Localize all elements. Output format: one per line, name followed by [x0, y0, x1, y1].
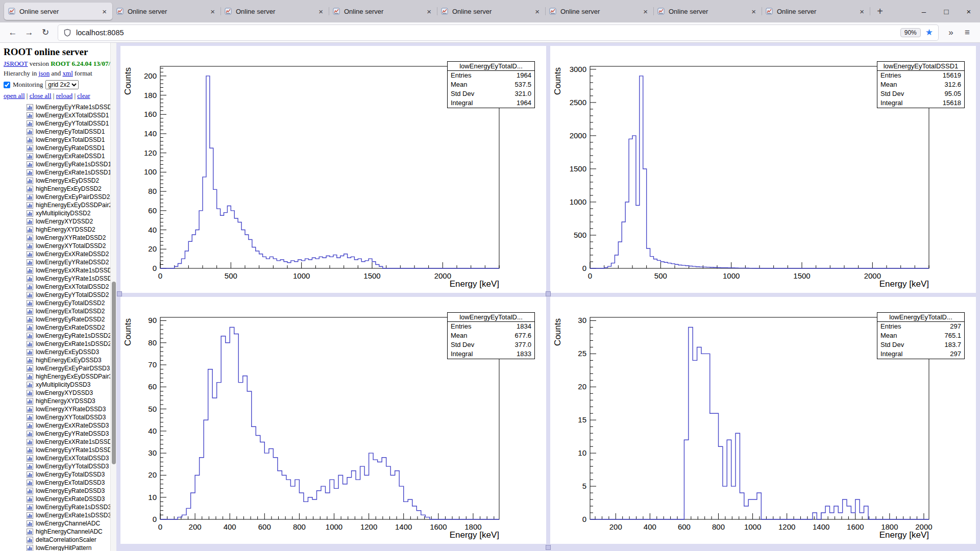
tree-item-highEnergyExEyDSSD3[interactable]: highEnergyExEyDSSD3: [27, 356, 116, 364]
browser-tab-3[interactable]: Online server×: [220, 3, 329, 20]
tree-item-xyMultiplicityDSSD3[interactable]: xyMultiplicityDSSD3: [27, 381, 116, 389]
browser-tab-8[interactable]: Online server×: [762, 3, 870, 20]
tree-item-lowEnergyXYTotalDSSD2[interactable]: lowEnergyXYTotalDSSD2: [27, 242, 116, 250]
tree-item-lowEnergyEyRateDSSD2[interactable]: lowEnergyEyRateDSSD2: [27, 315, 116, 323]
stats-box[interactable]: lowEnergyEyTotalD... Entries1964 Mean537…: [447, 61, 535, 108]
tree-item-highEnergyExEyDSSDPair3[interactable]: highEnergyExEyDSSDPair3: [27, 372, 116, 381]
tree-item-lowEnergyEyRateDSSD3[interactable]: lowEnergyEyRateDSSD3: [27, 487, 116, 495]
tree-item-lowEnergyEyYTotalDSSD1[interactable]: lowEnergyEyYTotalDSSD1: [27, 119, 116, 128]
tree-item-highEnergyExEyDSSD2[interactable]: highEnergyExEyDSSD2: [27, 185, 116, 193]
tree-item-lowEnergyExRateDSSD1[interactable]: lowEnergyExRateDSSD1: [27, 152, 116, 160]
tree-item-lowEnergyXYRateDSSD2[interactable]: lowEnergyXYRateDSSD2: [27, 234, 116, 242]
stats-box[interactable]: lowEnergyEyTotalD... Entries297 Mean765.…: [877, 312, 965, 359]
tree-item-lowEnergyXYRateDSSD3[interactable]: lowEnergyXYRateDSSD3: [27, 405, 116, 413]
tree-item-lowEnergyExRate1sDSSD1[interactable]: lowEnergyExRate1sDSSD1: [27, 168, 116, 177]
tree-item-lowEnergyExXRateDSSD3[interactable]: lowEnergyExXRateDSSD3: [27, 421, 116, 430]
reload-button[interactable]: ↻: [38, 25, 53, 40]
browser-tab-5[interactable]: Online server×: [437, 3, 545, 20]
tab-close-icon[interactable]: ×: [101, 7, 108, 16]
menu-hamburger-button[interactable]: ≡: [960, 25, 975, 40]
tree-item-highEnergyChannelADC[interactable]: highEnergyChannelADC: [27, 528, 116, 536]
browser-tab-2[interactable]: Online server×: [112, 3, 220, 20]
monitoring-checkbox[interactable]: [4, 82, 10, 88]
tree-item-lowEnergyEyYRate1sDSSD1[interactable]: lowEnergyEyYRate1sDSSD1: [27, 103, 116, 111]
tree-item-lowEnergyEyYRateDSSD2[interactable]: lowEnergyEyYRateDSSD2: [27, 258, 116, 266]
bookmark-star-icon[interactable]: ★: [925, 28, 933, 37]
plot-pad-top-left[interactable]: 0500100015002000020406080100120140160180…: [120, 46, 546, 293]
tree-item-lowEnergyEyYRateDSSD3[interactable]: lowEnergyEyYRateDSSD3: [27, 430, 116, 438]
overflow-chevron-button[interactable]: »: [943, 25, 959, 40]
url-bar[interactable]: localhost:8085 90% ★: [58, 25, 938, 40]
back-button[interactable]: ←: [5, 25, 20, 40]
tree-item-lowEnergyExRateDSSD3[interactable]: lowEnergyExRateDSSD3: [27, 495, 116, 503]
tree-item-lowEnergyExTotalDSSD3[interactable]: lowEnergyExTotalDSSD3: [27, 479, 116, 487]
clear-link[interactable]: clear: [77, 92, 90, 99]
layout-select[interactable]: grid 2x2: [45, 80, 79, 89]
tree-item-lowEnergyEyRate1sDSSD2[interactable]: lowEnergyEyRate1sDSSD2: [27, 332, 116, 340]
browser-tab-7[interactable]: Online server×: [653, 3, 762, 20]
grid-splitter-handle[interactable]: [546, 291, 551, 296]
xml-link[interactable]: xml: [63, 69, 73, 77]
tree-item-lowEnergyEyYTotalDSSD3[interactable]: lowEnergyEyYTotalDSSD3: [27, 462, 116, 470]
tree-item-lowEnergyExXTotalDSSD1[interactable]: lowEnergyExXTotalDSSD1: [27, 111, 116, 119]
plot-pad-top-right[interactable]: 0500100015002000050010001500200025003000…: [550, 46, 976, 293]
minimize-button[interactable]: –: [913, 0, 935, 22]
tree-item-lowEnergyExRate1sDSSD3[interactable]: lowEnergyExRate1sDSSD3: [27, 511, 116, 519]
tree-item-lowEnergyExXTotalDSSD3[interactable]: lowEnergyExXTotalDSSD3: [27, 454, 116, 462]
plot-pad-bottom-right[interactable]: 2004006008001000120014001600180020000510…: [550, 297, 976, 544]
tree-item-lowEnergyExRate1sDSSD2[interactable]: lowEnergyExRate1sDSSD2: [27, 340, 116, 348]
tab-close-icon[interactable]: ×: [317, 7, 325, 16]
tree-item-lowEnergyEyYTotalDSSD2[interactable]: lowEnergyEyYTotalDSSD2: [27, 291, 116, 299]
tree-item-lowEnergyExTotalDSSD1[interactable]: lowEnergyExTotalDSSD1: [27, 136, 116, 144]
tree-item-lowEnergyExEyPairDSSD3[interactable]: lowEnergyExEyPairDSSD3: [27, 364, 116, 372]
reload-link[interactable]: reload: [56, 92, 72, 99]
tree-item-lowEnergyEyTotalDSSD3[interactable]: lowEnergyEyTotalDSSD3: [27, 470, 116, 479]
forward-button[interactable]: →: [21, 25, 37, 40]
sidebar-scrollbar[interactable]: [110, 43, 116, 551]
tree-item-lowEnergyEyYRate1sDSSD3[interactable]: lowEnergyEyYRate1sDSSD3: [27, 446, 116, 454]
url-text[interactable]: localhost:8085: [76, 29, 900, 37]
jsroot-link[interactable]: JSROOT: [4, 60, 28, 67]
tree-item-lowEnergyChannelADC[interactable]: lowEnergyChannelADC: [27, 519, 116, 528]
tree-item-lowEnergyXYDSSD3[interactable]: lowEnergyXYDSSD3: [27, 389, 116, 397]
open-all-link[interactable]: open all: [4, 92, 25, 99]
json-link[interactable]: json: [39, 69, 50, 77]
grid-splitter-handle[interactable]: [546, 545, 551, 550]
tab-close-icon[interactable]: ×: [858, 7, 866, 16]
tree-item-lowEnergyEyTotalDSSD2[interactable]: lowEnergyEyTotalDSSD2: [27, 299, 116, 307]
tree-item-lowEnergyEyRate1sDSSD3[interactable]: lowEnergyEyRate1sDSSD3: [27, 503, 116, 511]
tree-item-highEnergyXYDSSD2[interactable]: highEnergyXYDSSD2: [27, 226, 116, 234]
stats-box[interactable]: lowEnergyEyTotalDSSD1 Entries15619 Mean3…: [877, 61, 965, 108]
tree-item-lowEnergyEyRate1sDSSD1[interactable]: lowEnergyEyRate1sDSSD1: [27, 160, 116, 168]
tree-item-lowEnergyHitPattern[interactable]: lowEnergyHitPattern: [27, 544, 116, 551]
scrollbar-thumb[interactable]: [112, 282, 116, 464]
new-tab-button[interactable]: +: [872, 3, 888, 19]
tree-item-lowEnergyXYTotalDSSD3[interactable]: lowEnergyXYTotalDSSD3: [27, 413, 116, 421]
tree-item-lowEnergyExXRate1sDSSD3[interactable]: lowEnergyExXRate1sDSSD3: [27, 438, 116, 446]
tree-item-lowEnergyExEyPairDSSD2[interactable]: lowEnergyExEyPairDSSD2: [27, 193, 116, 201]
tab-close-icon[interactable]: ×: [209, 7, 216, 16]
tree-item-lowEnergyExTotalDSSD2[interactable]: lowEnergyExTotalDSSD2: [27, 307, 116, 315]
grid-splitter-handle[interactable]: [117, 291, 122, 296]
plot-pad-bottom-left[interactable]: 0200400600800100012001400160018000102030…: [120, 297, 546, 544]
tab-close-icon[interactable]: ×: [750, 7, 757, 16]
tree-item-lowEnergyEyTotalDSSD1[interactable]: lowEnergyEyTotalDSSD1: [27, 128, 116, 136]
shield-icon[interactable]: [63, 29, 71, 37]
zoom-level-button[interactable]: 90%: [900, 28, 921, 37]
tree-item-highEnergyXYDSSD3[interactable]: highEnergyXYDSSD3: [27, 397, 116, 405]
tab-close-icon[interactable]: ×: [533, 7, 541, 16]
tree-item-lowEnergyExRateDSSD2[interactable]: lowEnergyExRateDSSD2: [27, 323, 116, 332]
tree-item-highEnergyExEyDSSDPair2[interactable]: highEnergyExEyDSSDPair2: [27, 201, 116, 209]
tree-item-xyMultiplicityDSSD2[interactable]: xyMultiplicityDSSD2: [27, 209, 116, 217]
maximize-button[interactable]: □: [935, 0, 958, 22]
tab-close-icon[interactable]: ×: [642, 7, 649, 16]
browser-tab-1[interactable]: Online server×: [4, 3, 112, 20]
tree-item-lowEnergyXYDSSD2[interactable]: lowEnergyXYDSSD2: [27, 217, 116, 226]
tree-item-lowEnergyEyYRate1sDSSD2[interactable]: lowEnergyEyYRate1sDSSD2: [27, 274, 116, 283]
tree-item-lowEnergyExXTotalDSSD2[interactable]: lowEnergyExXTotalDSSD2: [27, 283, 116, 291]
tree-item-lowEnergyExXRateDSSD2[interactable]: lowEnergyExXRateDSSD2: [27, 250, 116, 258]
browser-tab-4[interactable]: Online server×: [329, 3, 437, 20]
tree-item-lowEnergyExXRate1sDSSD2[interactable]: lowEnergyExXRate1sDSSD2: [27, 266, 116, 274]
browser-tab-6[interactable]: Online server×: [545, 3, 653, 20]
tree-item-lowEnergyExEyDSSD2[interactable]: lowEnergyExEyDSSD2: [27, 177, 116, 185]
